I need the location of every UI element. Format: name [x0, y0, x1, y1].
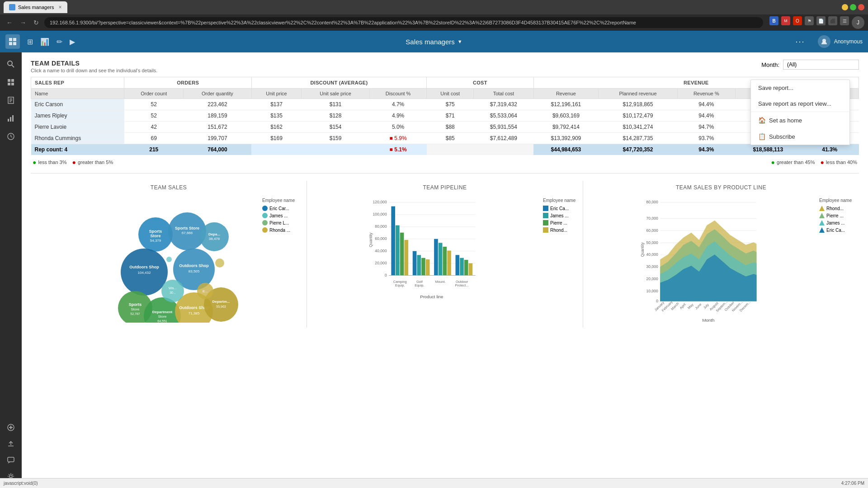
svg-text:E...: E...: [203, 289, 208, 293]
svg-text:40,000: 40,000: [375, 249, 387, 253]
legend-color-eric: [262, 206, 268, 211]
dropdown-menu: Save report... Save report as report vie…: [750, 80, 850, 145]
table-row: James Ripley 52 189,159 $135 $128 4.9% $…: [31, 110, 859, 122]
svg-text:May: May: [687, 302, 694, 310]
svg-text:0: 0: [385, 273, 387, 277]
run-toolbar-icon[interactable]: ▶: [70, 38, 75, 46]
cell-rev-pct: 93.7%: [677, 133, 735, 144]
svg-rect-79: [396, 225, 400, 276]
cell-name[interactable]: James Ripley: [31, 110, 124, 122]
total-label: Rep count: 4: [31, 144, 124, 155]
edit-toolbar-icon[interactable]: ✏: [57, 38, 62, 46]
svg-text:Depa...: Depa...: [208, 232, 220, 236]
legend-row: ● less than 3% ● greater than 5% ● great…: [31, 159, 859, 166]
sidebar-analytics[interactable]: [3, 110, 19, 127]
title-dropdown-icon: ▼: [458, 39, 462, 44]
sidebar-search[interactable]: [3, 56, 19, 72]
pipeline-legend-eric: Eric Ca...: [543, 206, 579, 211]
svg-text:120,000: 120,000: [373, 200, 387, 204]
save-report-view-item[interactable]: Save report as report view...: [751, 96, 849, 112]
cell-unit-price: $135: [251, 110, 301, 122]
svg-text:20,000: 20,000: [646, 277, 659, 281]
address-input[interactable]: [44, 17, 763, 28]
sidebar-chat[interactable]: [3, 452, 19, 468]
team-sales-product-title: TEAM SALES BY PRODUCT LINE: [587, 184, 855, 191]
svg-rect-1: [13, 38, 16, 41]
svg-text:Mount.: Mount.: [435, 280, 446, 284]
status-time: 4:27:06 PM: [841, 481, 864, 486]
subscribe-item[interactable]: 📋 Subscribe: [751, 128, 849, 145]
svg-rect-25: [8, 457, 14, 462]
svg-text:50,000: 50,000: [646, 240, 659, 245]
svg-rect-15: [8, 119, 9, 122]
menu-icon[interactable]: ☰: [840, 16, 849, 25]
subscribe-icon: 📋: [758, 133, 765, 140]
pipeline-legend-title: Employee name: [543, 198, 579, 203]
gmail-icon[interactable]: M: [781, 16, 790, 25]
svg-text:Equip.: Equip.: [395, 283, 405, 287]
sidebar-upload[interactable]: [3, 436, 19, 452]
status-text: javascript:void(0): [4, 481, 38, 486]
ext-icon3[interactable]: ⬛: [828, 16, 837, 25]
pipeline-chart-area: 120,000 100,000 80,000 60,000 40,000 20,…: [311, 196, 543, 324]
minimize-button[interactable]: [842, 4, 848, 10]
svg-point-44: [215, 258, 224, 267]
user-profile-icon[interactable]: J: [852, 16, 864, 29]
col-order-qty: Order quantity: [184, 89, 252, 99]
col-discount-pct: Discount %: [369, 89, 426, 99]
col-revenue: Revenue: [533, 89, 599, 99]
svg-text:Product line: Product line: [420, 294, 443, 299]
svg-text:100,000: 100,000: [373, 212, 387, 216]
sidebar-reports[interactable]: [3, 92, 19, 108]
svg-point-43: [166, 257, 172, 262]
team-sales-product-chart: TEAM SALES BY PRODUCT LINE 80,000 70,000…: [583, 181, 859, 328]
cell-name[interactable]: Rhonda Cummings: [31, 133, 124, 144]
section-subtitle: Click a name to drill down and see the i…: [31, 68, 859, 73]
total-unit-cost: [427, 144, 474, 155]
svg-text:30,000: 30,000: [646, 264, 659, 269]
svg-line-6: [12, 65, 14, 67]
svg-text:Store: Store: [158, 314, 167, 319]
cell-order-count: 52: [124, 99, 184, 110]
svg-text:30...: 30...: [170, 291, 176, 294]
svg-rect-0: [9, 38, 12, 41]
cell-unit-sale: $154: [302, 122, 370, 133]
refresh-button[interactable]: ↻: [31, 18, 42, 27]
bookmark-icon[interactable]: B: [769, 16, 778, 25]
save-report-item[interactable]: Save report...: [751, 80, 849, 96]
svg-rect-85: [426, 259, 430, 276]
svg-text:80,000: 80,000: [375, 224, 387, 229]
svg-text:Equip.: Equip.: [415, 283, 424, 287]
forward-button[interactable]: →: [17, 18, 29, 27]
pipeline-content: 120,000 100,000 80,000 60,000 40,000 20,…: [311, 196, 579, 324]
tab-close-button[interactable]: ×: [59, 4, 62, 10]
app-title[interactable]: Sales managers ▼: [406, 38, 462, 46]
sidebar-add[interactable]: [3, 419, 19, 436]
back-button[interactable]: ←: [4, 18, 15, 27]
cell-unit-cost: $75: [427, 99, 474, 110]
svg-text:Month: Month: [702, 318, 714, 323]
sidebar-clock[interactable]: [3, 128, 19, 145]
cell-name[interactable]: Pierre Lavoie: [31, 122, 124, 133]
app-logo: [5, 34, 20, 49]
main-content: Save report... Save report as report vie…: [22, 52, 868, 488]
cell-unit-price: $162: [251, 122, 301, 133]
ext-icon2[interactable]: 📄: [816, 16, 826, 25]
report-toolbar-icon[interactable]: 📊: [40, 38, 49, 46]
col-unit-cost: Unit cost: [427, 89, 474, 99]
maximize-button[interactable]: [850, 4, 856, 10]
cell-unit-cost: $71: [427, 110, 474, 122]
sidebar-home[interactable]: [3, 74, 19, 90]
home-toolbar-icon[interactable]: ⊞: [27, 38, 33, 46]
set-as-home-item[interactable]: 🏠 Set as home: [751, 112, 849, 128]
svg-rect-80: [400, 233, 404, 276]
month-input[interactable]: [783, 60, 859, 70]
more-options-button[interactable]: ···: [796, 37, 805, 47]
pipeline-color-pierre: [543, 220, 548, 225]
ext-icon1[interactable]: ⚑: [805, 16, 814, 25]
user-avatar[interactable]: [818, 35, 830, 48]
opera-icon[interactable]: O: [793, 16, 802, 25]
browser-tab[interactable]: Sales managers ×: [4, 1, 67, 13]
cell-name[interactable]: Eric Carson: [31, 99, 124, 110]
close-button[interactable]: [858, 4, 864, 10]
